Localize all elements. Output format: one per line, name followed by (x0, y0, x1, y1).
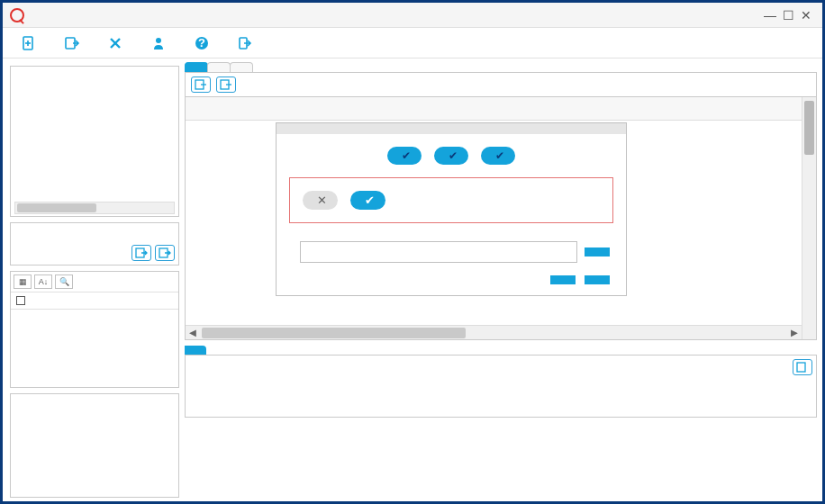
tree-toolbar-panel (10, 222, 179, 266)
table-properties-panel-2 (10, 393, 179, 498)
content-area: ▦ A↓ 🔍 (3, 58, 822, 501)
svg-rect-14 (797, 363, 805, 372)
db-tree-panel (10, 66, 179, 217)
grid-vertical-scrollbar[interactable] (802, 97, 816, 339)
deleted-records-toggle[interactable]: ✔ (434, 147, 468, 165)
scroll-right-icon[interactable]: ► (787, 326, 802, 339)
hex-body (185, 355, 817, 418)
tree-horizontal-scrollbar[interactable] (14, 202, 175, 214)
help-icon: ? (194, 35, 210, 51)
app-logo-icon (10, 8, 24, 22)
add-file-icon (21, 35, 37, 51)
grid-export-icon[interactable] (191, 76, 211, 93)
minimize-button[interactable]: — (761, 8, 779, 22)
active-records-toggle[interactable]: ✔ (387, 147, 422, 165)
grid-toolbar (185, 73, 817, 97)
export-button[interactable] (55, 32, 95, 55)
hex-tab[interactable] (185, 346, 206, 355)
check-icon: ✔ (449, 149, 458, 162)
props2-title (11, 394, 178, 405)
x-icon: ✕ (317, 194, 327, 207)
browse-button[interactable] (585, 248, 610, 256)
exit-button[interactable] (228, 32, 267, 55)
main-area: ◄ ► ✔ ✔ ✔ ✕ (183, 58, 822, 501)
file-name-input[interactable] (300, 241, 577, 263)
close-icon (107, 35, 123, 51)
all-media-toggle[interactable]: ✔ (481, 147, 515, 165)
help-button[interactable]: ? (185, 32, 224, 55)
check-icon: ✔ (365, 194, 375, 207)
svg-text:?: ? (198, 36, 205, 50)
tab-deleted[interactable] (230, 62, 253, 72)
main-toolbar: ? (3, 28, 822, 58)
about-icon (150, 35, 167, 51)
export-dialog-title (277, 123, 626, 134)
save-button[interactable] (550, 275, 576, 284)
grid-export-icon-2[interactable] (216, 76, 236, 93)
status-bar (185, 418, 817, 437)
tree-export-icon[interactable] (131, 245, 151, 261)
sort-az-icon[interactable]: A↓ (34, 274, 52, 289)
tree-export-icon-2[interactable] (155, 245, 175, 261)
maximize-button[interactable]: ☐ (779, 8, 797, 22)
csv-option[interactable]: ✔ (350, 191, 385, 210)
select-options-fieldset: ✕ ✔ (289, 177, 613, 223)
hex-section (185, 346, 817, 418)
add-file-button[interactable] (12, 32, 51, 55)
close-window-button[interactable]: ✕ (797, 8, 815, 22)
view-tabs (185, 62, 817, 73)
cancel-button[interactable] (585, 275, 610, 284)
table-properties-panel: ▦ A↓ 🔍 (10, 271, 179, 388)
collapse-icon (16, 296, 25, 305)
pdf-option[interactable]: ✕ (303, 191, 338, 210)
close-button[interactable] (98, 32, 138, 55)
data-grid: ◄ ► ✔ ✔ ✔ ✕ (185, 97, 817, 340)
export-icon (64, 35, 80, 51)
sort-category-icon[interactable]: ▦ (14, 274, 32, 289)
about-button[interactable] (141, 32, 181, 55)
app-window: — ☐ ✕ ? (0, 0, 825, 504)
tab-hex[interactable] (207, 62, 231, 72)
check-icon: ✔ (495, 149, 504, 162)
props-header[interactable] (11, 292, 178, 310)
export-dialog: ✔ ✔ ✔ ✕ ✔ (276, 122, 627, 296)
titlebar: — ☐ ✕ (3, 3, 822, 28)
search-prop-icon[interactable]: 🔍 (55, 274, 73, 289)
left-sidebar: ▦ A↓ 🔍 (3, 58, 183, 501)
grid-horizontal-scrollbar[interactable]: ◄ ► (186, 325, 802, 339)
tab-tabular[interactable] (185, 62, 208, 72)
exit-icon (237, 35, 253, 51)
svg-point-6 (156, 38, 161, 43)
hex-expand-icon[interactable] (793, 359, 812, 375)
check-icon: ✔ (402, 149, 411, 162)
scroll-left-icon[interactable]: ◄ (186, 326, 200, 339)
